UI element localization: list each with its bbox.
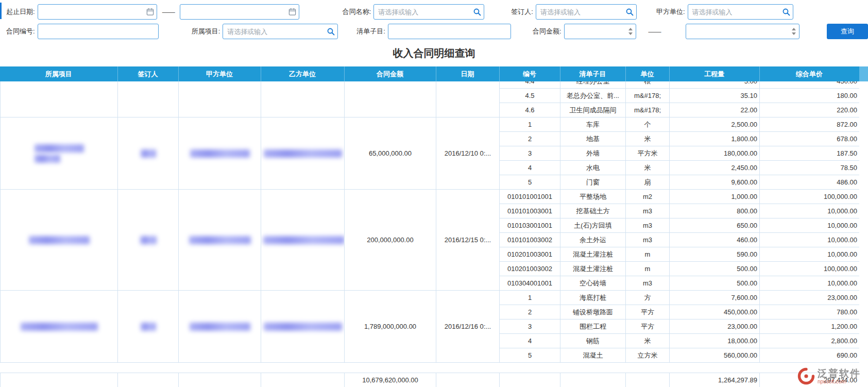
signer-cell	[118, 291, 179, 363]
row-number-cell: 5	[500, 175, 560, 190]
step-down-icon[interactable]	[628, 32, 633, 35]
footer-item-cell	[560, 373, 626, 387]
unit-cell: m2	[626, 190, 670, 204]
list-item-cell: 钢筋	[560, 334, 626, 348]
calendar-icon[interactable]	[288, 8, 296, 16]
list-item-input[interactable]	[388, 24, 511, 39]
redacted-text	[140, 236, 157, 244]
filter-row-1: 起止日期: —— 合同名称:	[6, 4, 868, 20]
quantity-cell: 450,000.00	[670, 305, 760, 319]
list-item-cell: 挖基础土方	[560, 204, 626, 218]
unit-price-cell: 180.00	[760, 89, 860, 103]
quantity-cell: 560,000.00	[670, 348, 760, 363]
contract-date-cell	[436, 81, 500, 117]
quantity-cell: 5.00	[670, 81, 760, 89]
signer-field: 签订人:	[511, 4, 637, 20]
column-header: 签订人	[117, 66, 178, 81]
row-number-cell: 4.6	[500, 103, 560, 117]
amount-to-stepper[interactable]	[792, 28, 796, 35]
signer-label: 签订人:	[511, 7, 533, 16]
project-input[interactable]	[223, 24, 338, 39]
row-number-cell: 4	[500, 334, 560, 348]
detail-row: 1,789,000,000.002016/12/16 0:...1海底打桩方7,…	[1, 291, 860, 305]
list-item-cell: 铺设桥墩路面	[560, 305, 626, 319]
contract-date-cell: 2016/12/15 0:...	[436, 190, 500, 291]
query-button[interactable]: 查询	[827, 24, 868, 39]
party-a-field: 甲方单位:	[656, 4, 793, 20]
unit-cell: 米	[626, 161, 670, 175]
redacted-text	[264, 323, 342, 331]
signer-input[interactable]	[536, 4, 637, 20]
table-scrollbar[interactable]	[859, 66, 868, 387]
row-number-cell: 5	[500, 348, 560, 363]
quantity-cell: 460.00	[670, 233, 760, 247]
unit-cell: 米	[626, 334, 670, 348]
redacted-text	[141, 149, 156, 158]
search-icon[interactable]	[625, 8, 634, 16]
unit-price-cell: 486.00	[760, 175, 860, 190]
column-header: 乙方单位	[261, 66, 344, 81]
column-header: 甲方单位	[178, 66, 261, 81]
row-number-cell: 010101003001	[500, 204, 560, 218]
search-icon[interactable]	[782, 8, 790, 16]
unit-price-cell: 10,000.00	[760, 276, 860, 291]
column-header: 编号	[499, 66, 560, 81]
step-down-icon[interactable]	[792, 32, 796, 35]
amount-to-input[interactable]	[686, 24, 799, 39]
table-body: 4.4经理办公室根5.00450.004.5老总办公室、前...m&#178;3…	[0, 81, 860, 363]
contract-no-input[interactable]	[38, 24, 159, 39]
step-up-icon[interactable]	[628, 28, 633, 30]
unit-price-cell: 678.00	[760, 132, 860, 146]
contract-amount-cell: 200,000,000.00	[345, 190, 436, 291]
end-date-input[interactable]	[180, 4, 299, 20]
list-item-cell: 土(石)方回填	[560, 218, 626, 233]
detail-row: 200,000,000.002016/12/15 0:...0101010010…	[1, 190, 860, 204]
redacted-text	[190, 149, 250, 158]
row-number-cell: 010101003002	[500, 233, 560, 247]
row-number-cell: 010201003001	[500, 247, 560, 262]
footer-party-a-cell	[179, 373, 261, 387]
total-quantity: 1,264,297.89	[670, 373, 760, 387]
column-header: 单位	[625, 66, 669, 81]
party-b-cell	[261, 291, 345, 363]
row-number-cell: 1	[500, 117, 560, 132]
search-icon[interactable]	[327, 27, 335, 36]
column-header: 综合单价	[759, 66, 859, 81]
header-row: 所属项目签订人甲方单位乙方单位合同金额日期编号清单子目单位工程量综合单价	[0, 66, 859, 81]
search-icon[interactable]	[473, 8, 481, 16]
party-b-cell	[261, 190, 345, 291]
unit-price-cell: 100,000.00	[760, 262, 860, 276]
start-date-input[interactable]	[38, 4, 157, 20]
unit-cell: m3	[626, 233, 670, 247]
calendar-icon[interactable]	[146, 8, 154, 16]
contract-name-input[interactable]	[373, 4, 484, 20]
party-a-input[interactable]	[688, 4, 793, 20]
list-item-cell: 地基	[560, 132, 626, 146]
step-up-icon[interactable]	[792, 28, 796, 30]
unit-price-cell: 450.00	[760, 81, 860, 89]
footer-date-cell	[436, 373, 500, 387]
footer-unit-cell	[626, 373, 670, 387]
column-header: 清单子目	[560, 66, 625, 81]
list-item-field: 清单子目:	[356, 24, 511, 39]
results-table: 所属项目签订人甲方单位乙方单位合同金额日期编号清单子目单位工程量综合单价 4.4…	[0, 66, 868, 387]
project-cell	[1, 81, 118, 117]
list-item-cell: 门窗	[560, 175, 626, 190]
filter-bar: 起止日期: —— 合同名称:	[0, 0, 868, 41]
vendor-name: 泛普软件	[818, 368, 861, 379]
footer-number-cell	[500, 373, 560, 387]
vendor-watermark-text: 泛普软件 npusoft.com	[818, 368, 861, 384]
amount-from-stepper[interactable]	[628, 28, 633, 35]
project-cell	[1, 117, 118, 190]
row-number-cell: 3	[500, 319, 560, 334]
row-number-cell: 4.5	[500, 89, 560, 103]
list-item-cell: 外墙	[560, 146, 626, 161]
signer-cell	[118, 81, 179, 117]
amount-from-input[interactable]	[564, 24, 636, 39]
unit-cell: m3	[626, 218, 670, 233]
unit-cell: m3	[626, 204, 670, 218]
project-cell	[1, 190, 118, 291]
table-header: 所属项目签订人甲方单位乙方单位合同金额日期编号清单子目单位工程量综合单价	[0, 66, 860, 81]
vendor-domain: npusoft.com	[818, 379, 861, 384]
footer-party-b-cell	[261, 373, 345, 387]
